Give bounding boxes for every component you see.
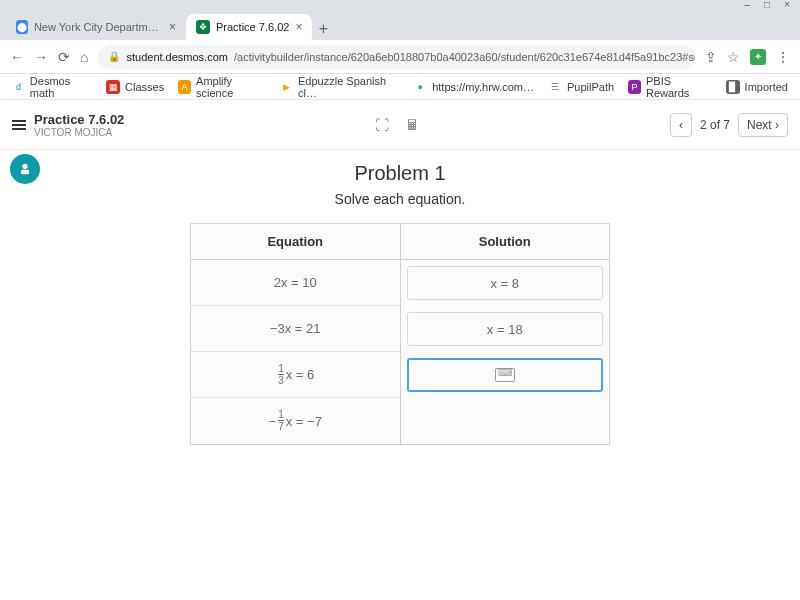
browser-menu-icon[interactable]: ⋮ [776, 49, 790, 65]
url-host: student.desmos.com [126, 51, 228, 63]
problem-instruction: Solve each equation. [60, 191, 740, 207]
folder-icon: ▉ [726, 80, 740, 94]
bookmark-item[interactable]: dDesmos math [12, 75, 92, 99]
bookmark-label: https://my.hrw.com… [432, 81, 534, 93]
solution-input[interactable]: x = 18 [407, 312, 604, 346]
calculator-icon[interactable]: 🖩 [405, 117, 419, 133]
equation-column: Equation 2x = 10 −3x = 21 13 x = 6 − 17 … [191, 224, 400, 444]
address-bar[interactable]: 🔒 student.desmos.com/activitybuilder/ins… [98, 45, 695, 69]
column-header-solution: Solution [401, 224, 610, 260]
bookmark-item[interactable]: ▦Classes [106, 80, 164, 94]
bookmark-favicon: ● [413, 80, 427, 94]
browser-tab-active[interactable]: ❖ Practice 7.6.02 × [186, 14, 312, 40]
svg-point-0 [22, 164, 27, 169]
tab-label: New York City Department of E [34, 21, 163, 33]
bookmark-item[interactable]: ☰PupilPath [548, 80, 614, 94]
extension-icon[interactable]: ✦ [750, 49, 766, 65]
activity-title: Practice 7.6.02 [34, 112, 124, 127]
bookmark-label: PBIS Rewards [646, 75, 712, 99]
browser-toolbar: ← → ⟳ ⌂ 🔒 student.desmos.com/activitybui… [0, 40, 800, 74]
tab-favicon: ❖ [196, 20, 210, 34]
bookmark-favicon: A [178, 80, 191, 94]
new-tab-button[interactable]: + [312, 18, 334, 40]
student-name: VICTOR MOJICA [34, 127, 124, 138]
bookmark-item[interactable]: PPBIS Rewards [628, 75, 711, 99]
avatar[interactable] [10, 154, 40, 184]
bookmark-star-icon[interactable]: ☆ [727, 49, 740, 65]
bookmark-label: Edpuzzle Spanish cl… [298, 75, 399, 99]
share-icon[interactable]: ⇪ [705, 49, 717, 65]
forward-button[interactable]: → [34, 49, 48, 65]
bookmark-folder[interactable]: ▉Imported [726, 80, 788, 94]
bookmark-label: PupilPath [567, 81, 614, 93]
bookmark-favicon: d [12, 80, 25, 94]
window-titlebar: – □ × [0, 0, 800, 8]
prev-screen-button[interactable]: ‹ [670, 113, 692, 137]
next-screen-button[interactable]: Next › [738, 113, 788, 137]
tab-favicon: ⬤ [16, 20, 28, 34]
menu-icon[interactable] [12, 120, 26, 130]
bookmark-label: Desmos math [30, 75, 92, 99]
close-tab-icon[interactable]: × [169, 20, 176, 34]
bookmark-label: Imported [745, 81, 788, 93]
bookmark-item[interactable]: ▶Edpuzzle Spanish cl… [280, 75, 399, 99]
bookmark-favicon: P [628, 80, 641, 94]
solution-input-active[interactable] [407, 358, 604, 392]
tab-label: Practice 7.6.02 [216, 21, 289, 33]
page-content: Practice 7.6.02 VICTOR MOJICA ⛶ 🖩 ‹ 2 of… [0, 100, 800, 600]
equation-table: Equation 2x = 10 −3x = 21 13 x = 6 − 17 … [190, 223, 610, 445]
equation-cell: 13 x = 6 [191, 352, 400, 398]
svg-rect-1 [21, 170, 29, 175]
equation-cell: −3x = 21 [191, 306, 400, 352]
bookmark-label: Amplify science [196, 75, 266, 99]
activity-header: Practice 7.6.02 VICTOR MOJICA ⛶ 🖩 ‹ 2 of… [0, 100, 800, 150]
column-header-equation: Equation [191, 224, 400, 260]
bookmark-favicon: ▦ [106, 80, 120, 94]
screen-position: 2 of 7 [700, 118, 730, 132]
keyboard-icon[interactable] [495, 368, 515, 382]
problem-title: Problem 1 [60, 162, 740, 185]
bookmarks-bar: dDesmos math ▦Classes AAmplify science ▶… [0, 74, 800, 100]
bookmark-item[interactable]: ●https://my.hrw.com… [413, 80, 534, 94]
fullscreen-icon[interactable]: ⛶ [375, 117, 389, 133]
equation-cell: − 17 x = −7 [191, 398, 400, 444]
bookmark-favicon: ☰ [548, 80, 562, 94]
robot-icon [17, 161, 33, 177]
lock-icon: 🔒 [108, 51, 120, 62]
reload-button[interactable]: ⟳ [58, 49, 70, 65]
solution-column: Solution x = 8 x = 18 [400, 224, 610, 444]
browser-tab[interactable]: ⬤ New York City Department of E × [6, 14, 186, 40]
bookmark-item[interactable]: AAmplify science [178, 75, 266, 99]
close-tab-icon[interactable]: × [295, 20, 302, 34]
home-button[interactable]: ⌂ [80, 49, 88, 65]
bookmark-favicon: ▶ [280, 80, 293, 94]
tab-strip: ⬤ New York City Department of E × ❖ Prac… [0, 8, 800, 40]
equation-cell: 2x = 10 [191, 260, 400, 306]
bookmark-label: Classes [125, 81, 164, 93]
back-button[interactable]: ← [10, 49, 24, 65]
url-path: /activitybuilder/instance/620a6eb018807b… [234, 51, 695, 63]
solution-input[interactable]: x = 8 [407, 266, 604, 300]
